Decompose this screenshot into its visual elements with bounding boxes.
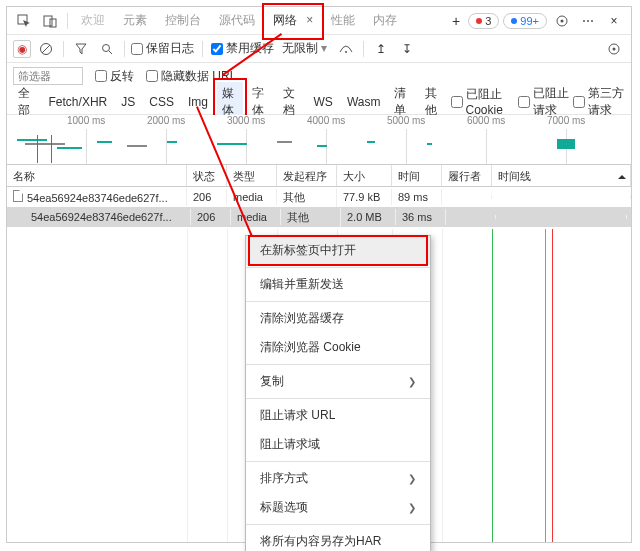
cell-time: 36 ms <box>396 209 446 225</box>
preserve-log-checkbox[interactable]: 保留日志 <box>131 40 194 57</box>
ctx-edit-resend[interactable]: 编辑并重新发送 <box>246 270 430 299</box>
filter-js[interactable]: JS <box>116 92 140 112</box>
ruler-tick: 6000 ms <box>467 115 505 126</box>
ctx-clear-cache[interactable]: 清除浏览器缓存 <box>246 304 430 333</box>
ctx-sort-by[interactable]: 排序方式❯ <box>246 464 430 493</box>
ctx-save-har[interactable]: 将所有内容另存为HAR <box>246 527 430 551</box>
ruler-tick: 1000 ms <box>67 115 105 126</box>
blocked-cookies-label: 已阻止 Cookie <box>466 86 514 117</box>
tab-performance[interactable]: 性能 <box>324 8 362 33</box>
ctx-block-url-label: 阻止请求 URL <box>260 407 335 424</box>
export-icon[interactable]: ↧ <box>396 38 418 60</box>
col-type[interactable]: 类型 <box>227 165 277 186</box>
tab-console[interactable]: 控制台 <box>158 8 208 33</box>
tab-memory[interactable]: 内存 <box>366 8 404 33</box>
preserve-log-label: 保留日志 <box>146 40 194 57</box>
cell-type: media <box>227 189 277 205</box>
ctx-edit-resend-label: 编辑并重新发送 <box>260 276 344 293</box>
more-icon[interactable]: ⋯ <box>577 10 599 32</box>
close-panel-icon[interactable]: × <box>603 10 625 32</box>
inspect-icon[interactable] <box>13 10 35 32</box>
ctx-sort-by-label: 排序方式 <box>260 470 308 487</box>
device-icon[interactable] <box>39 10 61 32</box>
close-icon[interactable]: × <box>306 13 313 27</box>
error-badge[interactable]: 3 <box>468 13 499 29</box>
chevron-right-icon: ❯ <box>408 376 416 387</box>
ruler-tick: 7000 ms <box>547 115 585 126</box>
blocked-requests-checkbox[interactable]: 已阻止请求 <box>518 85 570 119</box>
tab-sources[interactable]: 源代码 <box>212 8 262 33</box>
settings2-icon[interactable] <box>603 38 625 60</box>
col-size[interactable]: 大小 <box>337 165 392 186</box>
cell-size: 77.9 kB <box>337 189 392 205</box>
blocked-requests-label: 已阻止请求 <box>533 85 570 119</box>
svg-point-7 <box>103 44 110 51</box>
tab-network-label: 网络 <box>273 13 297 27</box>
error-count: 3 <box>485 15 491 27</box>
context-menu: 在新标签页中打开 编辑并重新发送 清除浏览器缓存 清除浏览器 Cookie 复制… <box>245 235 431 551</box>
ruler-tick: 5000 ms <box>387 115 425 126</box>
clear-button[interactable] <box>35 38 57 60</box>
cell-status: 206 <box>187 189 227 205</box>
filter-fetchxhr[interactable]: Fetch/XHR <box>44 92 113 112</box>
search-icon[interactable] <box>96 38 118 60</box>
cell-name: 54ea56924e83746ede627f... <box>31 211 172 223</box>
ctx-header-options[interactable]: 标题选项❯ <box>246 493 430 522</box>
tab-network[interactable]: 网络 × <box>266 8 320 33</box>
throttling-select[interactable]: 无限制 ▾ <box>278 39 331 58</box>
col-status[interactable]: 状态 <box>187 165 227 186</box>
table-header: 名称 状态 类型 发起程序 大小 时间 履行者 时间线 <box>7 165 631 187</box>
ctx-clear-cookies[interactable]: 清除浏览器 Cookie <box>246 333 430 362</box>
col-time[interactable]: 时间 <box>392 165 442 186</box>
cell-fulfilled <box>446 215 496 219</box>
ctx-open-new-tab-label: 在新标签页中打开 <box>260 242 356 259</box>
filter-css[interactable]: CSS <box>144 92 179 112</box>
tab-elements[interactable]: 元素 <box>116 8 154 33</box>
svg-point-9 <box>345 51 347 53</box>
ctx-block-domain-label: 阻止请求域 <box>260 436 320 453</box>
ruler-tick: 3000 ms <box>227 115 265 126</box>
record-button[interactable]: ◉ <box>13 40 31 58</box>
filter-icon[interactable] <box>70 38 92 60</box>
cell-status: 206 <box>191 209 231 225</box>
cell-type: media <box>231 209 281 225</box>
filter-wasm[interactable]: Wasm <box>342 92 386 112</box>
table-row[interactable]: 54ea56924e83746ede627f... 206 media 其他 7… <box>7 187 631 207</box>
tab-welcome[interactable]: 欢迎 <box>74 8 112 33</box>
cell-name: 54ea56924e83746ede627f... <box>27 192 168 204</box>
col-waterfall-label: 时间线 <box>498 170 531 182</box>
blocked-cookies-checkbox[interactable]: 已阻止 Cookie <box>451 86 514 117</box>
col-initiator[interactable]: 发起程序 <box>277 165 337 186</box>
invert-checkbox[interactable]: 反转 <box>95 68 134 85</box>
ctx-open-new-tab[interactable]: 在新标签页中打开 <box>246 236 430 265</box>
ruler-tick: 2000 ms <box>147 115 185 126</box>
third-party-checkbox[interactable]: 第三方请求 <box>573 85 625 119</box>
cell-fulfilled <box>442 195 492 199</box>
ctx-copy[interactable]: 复制❯ <box>246 367 430 396</box>
timeline-overview[interactable]: 1000 ms 2000 ms 3000 ms 4000 ms 5000 ms … <box>7 115 631 165</box>
info-badge[interactable]: 99+ <box>503 13 547 29</box>
ruler-tick: 4000 ms <box>307 115 345 126</box>
col-waterfall[interactable]: 时间线 <box>492 165 631 186</box>
svg-line-6 <box>42 45 50 53</box>
add-tab-button[interactable]: + <box>448 13 464 29</box>
col-fulfilled[interactable]: 履行者 <box>442 165 492 186</box>
settings-icon[interactable] <box>551 10 573 32</box>
ctx-block-domain[interactable]: 阻止请求域 <box>246 430 430 459</box>
ctx-clear-cache-label: 清除浏览器缓存 <box>260 310 344 327</box>
svg-point-4 <box>561 19 564 22</box>
ctx-save-har-label: 将所有内容另存为HAR <box>260 533 381 550</box>
import-icon[interactable]: ↥ <box>370 38 392 60</box>
network-conditions-icon[interactable] <box>335 38 357 60</box>
table-row[interactable]: 54ea56924e83746ede627f... 206 media 其他 2… <box>7 207 631 227</box>
col-name[interactable]: 名称 <box>7 165 187 186</box>
filter-ws[interactable]: WS <box>309 92 338 112</box>
svg-point-11 <box>613 47 616 50</box>
disable-cache-label: 禁用缓存 <box>226 40 274 57</box>
throttling-label: 无限制 <box>282 41 318 55</box>
disable-cache-checkbox[interactable]: 禁用缓存 <box>211 40 274 57</box>
filter-img[interactable]: Img <box>183 92 213 112</box>
chevron-right-icon: ❯ <box>408 502 416 513</box>
ctx-block-url[interactable]: 阻止请求 URL <box>246 401 430 430</box>
svg-rect-1 <box>44 16 52 26</box>
